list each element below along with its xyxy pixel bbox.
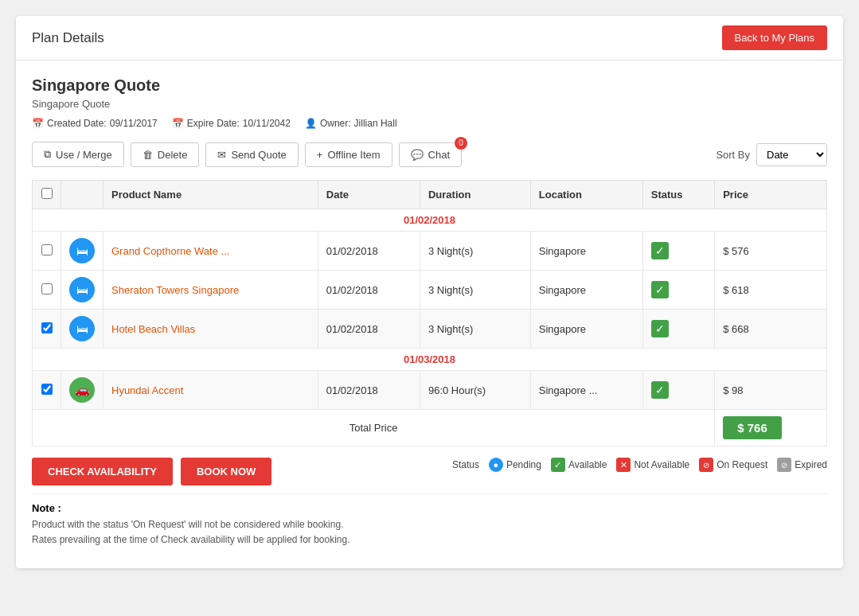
person-icon: 👤 xyxy=(305,118,317,129)
items-table: Product Name Date Duration Location Stat… xyxy=(32,180,827,446)
row-product-name: Sheraton Towers Singapore xyxy=(103,271,318,310)
row-date: 01/02/2018 xyxy=(318,371,420,410)
col-price: Price xyxy=(715,181,827,209)
table-body: 01/02/2018 🛏 Grand Copthorne Wate ... 01… xyxy=(33,209,827,446)
use-merge-button[interactable]: ⧉ Use / Merge xyxy=(32,142,124,167)
hotel-icon: 🛏 xyxy=(69,238,95,263)
row-product-name: Hotel Beach Villas xyxy=(103,310,318,349)
note-line-2: Rates prevailing at the time of Check av… xyxy=(32,532,827,548)
row-checkbox[interactable] xyxy=(41,244,53,255)
status-legend: Status ● Pending ✓ Available ✕ Not Avail… xyxy=(452,458,827,472)
table-header-row: Product Name Date Duration Location Stat… xyxy=(33,181,827,209)
sort-by-select[interactable]: Date Name Price xyxy=(756,143,827,166)
date-group-row: 01/02/2018 xyxy=(33,209,827,232)
sort-by-label: Sort By xyxy=(716,149,750,161)
legend-not-available-item: ✕ Not Available xyxy=(616,458,689,472)
note-line-1: Product with the status 'On Request' wil… xyxy=(32,517,827,532)
product-link[interactable]: Hotel Beach Villas xyxy=(111,323,195,335)
product-link[interactable]: Grand Copthorne Wate ... xyxy=(111,245,229,257)
row-checkbox[interactable] xyxy=(41,384,53,395)
total-label-cell: Total Price xyxy=(33,410,715,446)
quote-title: Singapore Quote xyxy=(32,76,827,95)
send-quote-label: Send Quote xyxy=(231,149,286,161)
hotel-icon: 🛏 xyxy=(69,316,95,341)
date-group-row: 01/03/2018 xyxy=(33,349,827,371)
offline-item-button[interactable]: + Offline Item xyxy=(305,142,392,167)
page-title: Plan Details xyxy=(32,30,104,46)
chat-icon: 💬 xyxy=(411,149,424,161)
status-available-icon: ✓ xyxy=(651,381,669,399)
delete-button[interactable]: 🗑 Delete xyxy=(131,142,200,167)
row-checkbox[interactable] xyxy=(41,283,53,294)
chat-button[interactable]: 💬 Chat 0 xyxy=(399,142,462,167)
send-quote-button[interactable]: ✉ Send Quote xyxy=(205,142,298,167)
note-title: Note : xyxy=(32,502,827,514)
sort-by-control: Sort By Date Name Price xyxy=(716,143,827,166)
pending-label: Pending xyxy=(506,459,541,470)
row-date: 01/02/2018 xyxy=(318,232,420,271)
car-icon: 🚗 xyxy=(69,377,95,403)
status-available-icon: ✓ xyxy=(651,242,669,259)
on-request-label: On Request xyxy=(716,459,767,470)
created-date: 09/11/2017 xyxy=(110,118,158,129)
on-request-icon: ⊘ xyxy=(699,458,713,472)
quote-meta: 📅 Created Date: 09/11/2017 📅 Expire Date… xyxy=(32,118,827,129)
row-location: Singapore xyxy=(530,271,642,310)
expire-label: Expire Date: xyxy=(187,118,240,129)
col-product-name: Product Name xyxy=(103,181,318,209)
row-date: 01/02/2018 xyxy=(318,271,420,310)
row-price: $ 618 xyxy=(715,271,827,310)
product-link[interactable]: Hyundai Accent xyxy=(111,384,183,396)
expire-date: 10/11/2042 xyxy=(243,118,291,129)
row-status: ✓ xyxy=(642,232,714,271)
created-label: Created Date: xyxy=(47,118,107,129)
back-to-plans-button[interactable]: Back to My Plans xyxy=(722,25,827,50)
row-checkbox-cell xyxy=(33,232,61,271)
chat-label: Chat xyxy=(428,149,450,161)
row-icon-cell: 🚗 xyxy=(61,371,103,410)
check-availability-button[interactable]: CHECK AVAILABILITY xyxy=(32,458,173,485)
table-row: 🛏 Grand Copthorne Wate ... 01/02/2018 3 … xyxy=(33,232,827,271)
legend-pending-item: ● Pending xyxy=(489,458,541,472)
row-location: Singapore xyxy=(530,232,642,271)
total-row: Total Price $ 766 xyxy=(33,410,827,446)
date-group-label: 01/02/2018 xyxy=(33,209,827,232)
col-status: Status xyxy=(642,181,714,209)
use-merge-label: Use / Merge xyxy=(56,149,112,161)
total-price-cell: $ 766 xyxy=(715,410,827,446)
row-duration: 3 Night(s) xyxy=(420,271,530,310)
note-section: Note : Product with the status 'On Reque… xyxy=(32,493,827,560)
main-container: Plan Details Back to My Plans Singapore … xyxy=(16,16,843,568)
row-icon-cell: 🛏 xyxy=(61,271,103,310)
row-checkbox-cell xyxy=(33,371,61,410)
row-location: Singapore ... xyxy=(530,371,642,410)
col-duration: Duration xyxy=(420,181,530,209)
col-location: Location xyxy=(530,181,642,209)
select-all-checkbox[interactable] xyxy=(41,188,53,199)
calendar2-icon: 📅 xyxy=(172,118,184,129)
envelope-icon: ✉ xyxy=(217,149,226,161)
book-now-button[interactable]: BOOK NOW xyxy=(181,458,271,485)
copy-icon: ⧉ xyxy=(44,148,51,161)
row-price: $ 576 xyxy=(715,232,827,271)
offline-item-label: Offline Item xyxy=(327,149,380,161)
quote-subtitle: Singapore Quote xyxy=(32,98,827,110)
expire-date-item: 📅 Expire Date: 10/11/2042 xyxy=(172,118,291,129)
product-link[interactable]: Sheraton Towers Singapore xyxy=(111,284,239,296)
row-price: $ 668 xyxy=(715,310,827,349)
row-checkbox[interactable] xyxy=(41,322,53,333)
row-icon-cell: 🛏 xyxy=(61,232,103,271)
total-price-value: $ 766 xyxy=(723,416,782,439)
owner-label: Owner: xyxy=(320,118,351,129)
owner-item: 👤 Owner: Jillian Hall xyxy=(305,118,397,129)
calendar-icon: 📅 xyxy=(32,118,44,129)
expired-label: Expired xyxy=(795,459,827,470)
plus-icon: + xyxy=(317,149,323,161)
total-price-label: Total Price xyxy=(349,422,398,434)
delete-label: Delete xyxy=(158,149,188,161)
table-row: 🚗 Hyundai Accent 01/02/2018 96:0 Hour(s)… xyxy=(33,371,827,410)
available-icon: ✓ xyxy=(551,458,565,472)
row-price: $ 98 xyxy=(715,371,827,410)
row-product-name: Hyundai Accent xyxy=(103,371,318,410)
row-checkbox-cell xyxy=(33,271,61,310)
